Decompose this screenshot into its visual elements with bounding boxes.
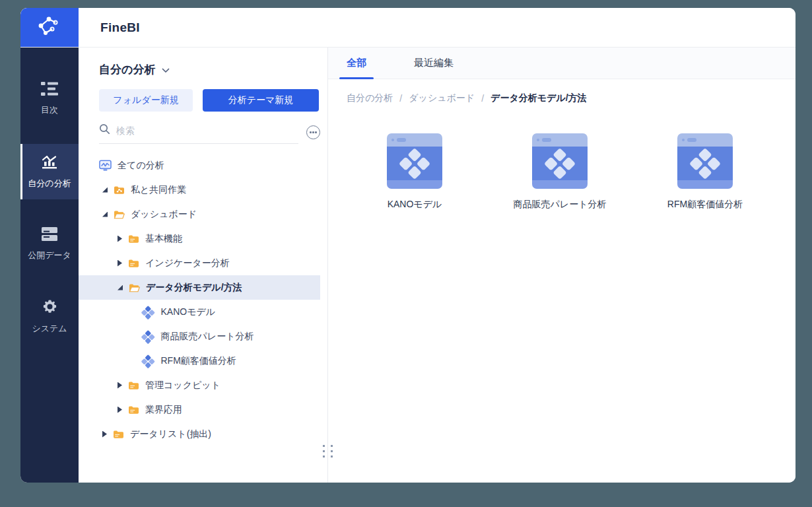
finebi-logo-button[interactable] <box>20 8 79 47</box>
body-row: 目次 自分の分析 <box>20 48 795 483</box>
caret-collapsed-icon[interactable] <box>118 260 122 267</box>
folder-icon <box>113 430 124 439</box>
finebi-logo-icon <box>36 15 63 40</box>
new-folder-button[interactable]: フォルダー新規 <box>99 89 193 112</box>
dashboard-card-pareto-analysis[interactable]: 商品販売パレート分析 <box>492 133 628 211</box>
dashboard-card-rfm-analysis[interactable]: RFM顧客価値分析 <box>637 133 773 211</box>
shared-folder-icon <box>114 186 125 195</box>
sidebar-item-public-data[interactable]: 公開データ <box>20 217 79 272</box>
breadcrumb-current: データ分析モデル/方法 <box>491 92 587 104</box>
caret-collapsed-icon[interactable] <box>118 407 122 413</box>
breadcrumb-my-analysis[interactable]: 自分の分析 <box>347 92 393 104</box>
dashboard-thumbnail-icon <box>387 133 442 189</box>
tree-item-pareto-analysis[interactable]: 商品販売パレート分析 <box>79 324 320 349</box>
folder-icon <box>128 381 139 390</box>
search-input[interactable] <box>116 125 298 136</box>
dashboard-thumbnail-icon <box>532 133 588 189</box>
dashboard-card-kano-model[interactable]: KANOモデル <box>347 133 483 211</box>
monitor-chart-icon <box>99 160 112 171</box>
tree-item-rfm-analysis[interactable]: RFM顧客価値分析 <box>79 349 320 373</box>
caret-collapsed-icon[interactable] <box>118 236 122 242</box>
folder-open-icon <box>114 210 125 219</box>
analysis-theme-diamond-icon <box>142 355 155 366</box>
caret-expanded-icon[interactable] <box>102 187 108 193</box>
nav-sidebar: 目次 自分の分析 <box>20 48 79 483</box>
caret-collapsed-icon[interactable] <box>102 431 107 438</box>
tree-item-industry-applications[interactable]: 業界応用 <box>79 397 320 422</box>
tree-item-data-analysis-models[interactable]: データ分析モデル/方法 <box>79 275 320 300</box>
analysis-theme-diamond-icon <box>142 306 155 318</box>
panel-title-dropdown[interactable]: 自分の分析 <box>79 62 327 77</box>
sidebar-item-label: 公開データ <box>28 250 71 261</box>
breadcrumb-dashboard[interactable]: ダッシュボード <box>409 92 475 104</box>
system-gear-icon <box>42 299 57 317</box>
sidebar-item-label: 自分の分析 <box>28 178 71 189</box>
sidebar-item-system[interactable]: システム <box>20 289 79 345</box>
folder-icon <box>128 259 139 268</box>
sidebar-item-toc[interactable]: 目次 <box>20 71 79 127</box>
breadcrumb-separator: / <box>481 93 484 104</box>
folder-icon <box>128 405 139 415</box>
panel-resize-handle[interactable] <box>323 445 333 457</box>
my-analysis-chart-icon <box>42 154 57 172</box>
card-label: 商品販売パレート分析 <box>514 199 607 211</box>
panel-buttons: フォルダー新規 分析テーマ新規 <box>79 89 327 112</box>
app-title: FineBI <box>100 20 140 35</box>
dashboard-card-grid: KANOモデル 商品販売パレート分析 R <box>328 104 795 211</box>
tree-item-kano-model[interactable]: KANOモデル <box>79 300 320 324</box>
tab-all[interactable]: 全部 <box>347 48 366 79</box>
main-content: 全部 最近編集 自分の分析 / ダッシュボード / データ分析モデル/方法 KA… <box>328 48 795 483</box>
tree-item-data-list-extract[interactable]: データリスト(抽出) <box>79 422 320 446</box>
chevron-down-icon <box>162 64 170 76</box>
more-options-icon[interactable] <box>306 125 320 139</box>
analysis-tree: 全ての分析 私と共同作業 <box>79 153 327 446</box>
breadcrumb: 自分の分析 / ダッシュボード / データ分析モデル/方法 <box>328 79 795 104</box>
top-bar: FineBI <box>20 8 795 48</box>
folder-open-icon <box>129 283 140 292</box>
toc-icon <box>41 82 58 98</box>
caret-expanded-icon[interactable] <box>102 212 108 217</box>
tree-item-dashboard[interactable]: ダッシュボード <box>79 202 320 226</box>
new-analysis-theme-button[interactable]: 分析テーマ新規 <box>203 89 319 112</box>
app-window: FineBI 目次 <box>20 8 795 483</box>
dashboard-thumbnail-icon <box>677 133 733 189</box>
card-label: RFM顧客価値分析 <box>667 199 743 211</box>
analysis-panel: 自分の分析 フォルダー新規 分析テーマ新規 <box>79 48 328 483</box>
sidebar-item-label: 目次 <box>41 104 58 116</box>
folder-icon <box>128 234 139 244</box>
sidebar-item-my-analysis[interactable]: 自分の分析 <box>20 144 79 199</box>
panel-title: 自分の分析 <box>99 62 155 77</box>
search-row <box>99 123 320 144</box>
breadcrumb-separator: / <box>399 93 402 104</box>
caret-collapsed-icon[interactable] <box>118 382 122 389</box>
tree-item-management-cockpit[interactable]: 管理コックピット <box>79 373 320 397</box>
tab-bar: 全部 最近編集 <box>328 48 795 79</box>
search-icon <box>99 123 110 137</box>
tree-item-indicator-analysis[interactable]: インジケーター分析 <box>79 251 320 275</box>
search-box <box>99 123 298 144</box>
tree-item-co-work[interactable]: 私と共同作業 <box>79 178 320 202</box>
tab-recently-edited[interactable]: 最近編集 <box>414 48 454 79</box>
analysis-theme-diamond-icon <box>142 331 155 342</box>
public-data-stack-icon <box>42 227 57 244</box>
tree-item-basic-functions[interactable]: 基本機能 <box>79 226 320 251</box>
caret-expanded-icon[interactable] <box>118 285 123 290</box>
sidebar-item-label: システム <box>32 323 67 335</box>
tree-item-all-analysis[interactable]: 全ての分析 <box>79 153 320 178</box>
card-label: KANOモデル <box>388 199 442 211</box>
